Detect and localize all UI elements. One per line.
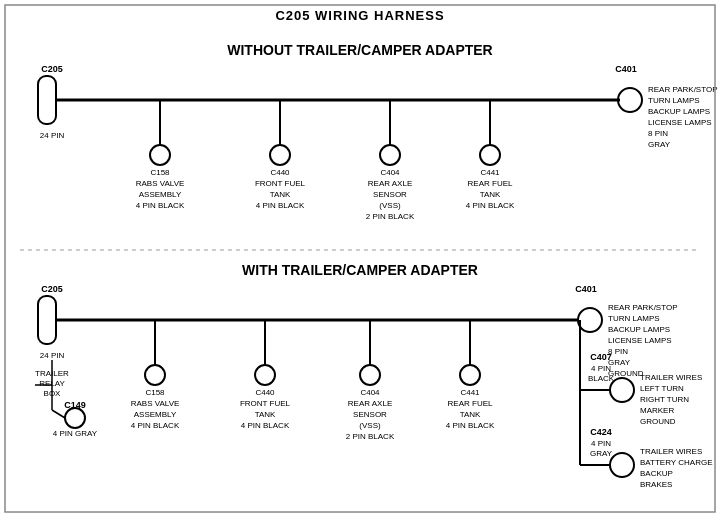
s2-c440-name: C440 [255, 388, 275, 397]
diagram-container: C205 WIRING HARNESS WITHOUT TRAILER/CAMP… [0, 0, 720, 517]
s1-c158-desc2: ASSEMBLY [139, 190, 182, 199]
s1-c440-desc1: FRONT FUEL [255, 179, 306, 188]
s2-c158-desc3: 4 PIN BLACK [131, 421, 180, 430]
s1-c401-color: GRAY [648, 140, 671, 149]
s2-c404-desc3: (VSS) [359, 421, 381, 430]
svg-rect-1 [38, 76, 56, 124]
s1-c158-name: C158 [150, 168, 170, 177]
s2-c440-desc3: 4 PIN BLACK [241, 421, 290, 430]
svg-point-3 [618, 88, 642, 112]
s1-c401-pins: 8 PIN [648, 129, 668, 138]
svg-point-25 [255, 365, 275, 385]
s2-c424-pins2: GRAY [590, 449, 613, 458]
s2-c424-desc2: BATTERY CHARGE [640, 458, 712, 467]
s1-c404-desc2: SENSOR [373, 190, 407, 199]
s2-c404-desc4: 2 PIN BLACK [346, 432, 395, 441]
svg-point-23 [145, 365, 165, 385]
s1-c205-label: C205 [41, 64, 63, 74]
section1-label: WITHOUT TRAILER/CAMPER ADAPTER [227, 42, 492, 58]
s1-c404-name: C404 [380, 168, 400, 177]
s2-c404-desc2: SENSOR [353, 410, 387, 419]
s2-c158-name: C158 [145, 388, 165, 397]
s1-c441-desc1: REAR FUEL [468, 179, 513, 188]
s1-c158-desc1: RABS VALVE [136, 179, 185, 188]
s2-c205-pins: 24 PIN [40, 351, 65, 360]
svg-rect-15 [38, 296, 56, 344]
s2-c158-desc1: RABS VALVE [131, 399, 180, 408]
s2-c149-desc: 4 PIN GRAY [53, 429, 98, 438]
s1-c401-desc4: LICENSE LAMPS [648, 118, 712, 127]
s1-c401-desc1: REAR PARK/STOP [648, 85, 718, 94]
s1-c205-pins: 24 PIN [40, 131, 65, 140]
s1-c401-label: C401 [615, 64, 637, 74]
s2-c158-desc2: ASSEMBLY [134, 410, 177, 419]
s1-c441-desc3: 4 PIN BLACK [466, 201, 515, 210]
s2-c407-desc4: MARKER [640, 406, 674, 415]
s2-c407-pins2: BLACK [588, 374, 615, 383]
s2-c407-desc3: RIGHT TURN [640, 395, 689, 404]
s1-c440-name: C440 [270, 168, 290, 177]
s2-c440-desc1: FRONT FUEL [240, 399, 291, 408]
s2-c401-desc3: BACKUP LAMPS [608, 325, 670, 334]
svg-point-34 [610, 453, 634, 477]
s2-c407-desc2: LEFT TURN [640, 384, 684, 393]
s1-c404-desc4: 2 PIN BLACK [366, 212, 415, 221]
s1-c404-desc3: (VSS) [379, 201, 401, 210]
svg-point-29 [460, 365, 480, 385]
s2-c407-name: C407 [590, 352, 612, 362]
s1-c404-desc1: REAR AXLE [368, 179, 412, 188]
svg-point-27 [360, 365, 380, 385]
s2-c441-desc2: TANK [460, 410, 481, 419]
svg-point-19 [65, 408, 85, 428]
wiring-diagram: WITHOUT TRAILER/CAMPER ADAPTER C205 24 P… [0, 0, 720, 517]
s2-c404-name: C404 [360, 388, 380, 397]
s2-c407-desc5: GROUND [640, 417, 676, 426]
s1-c441-name: C441 [480, 168, 500, 177]
s2-c404-desc1: REAR AXLE [348, 399, 392, 408]
s2-c440-desc2: TANK [255, 410, 276, 419]
svg-point-10 [380, 145, 400, 165]
s2-c424-desc4: BRAKES [640, 480, 672, 489]
s2-c401-label: C401 [575, 284, 597, 294]
s2-c424-name: C424 [590, 427, 612, 437]
s1-c401-desc2: TURN LAMPS [648, 96, 700, 105]
s2-c401-desc1: REAR PARK/STOP [608, 303, 678, 312]
svg-point-12 [480, 145, 500, 165]
s2-c205-label: C205 [41, 284, 63, 294]
s1-c158-desc3: 4 PIN BLACK [136, 201, 185, 210]
svg-point-21 [578, 308, 602, 332]
s2-c401-desc4: LICENSE LAMPS [608, 336, 672, 345]
s2-c441-name: C441 [460, 388, 480, 397]
svg-point-8 [270, 145, 290, 165]
s1-c441-desc2: TANK [480, 190, 501, 199]
s2-c424-desc1: TRAILER WIRES [640, 447, 702, 456]
s2-c424-pins1: 4 PIN [591, 439, 611, 448]
svg-line-20 [52, 410, 65, 418]
s2-c424-desc3: BACKUP [640, 469, 673, 478]
s2-c401-desc2: TURN LAMPS [608, 314, 660, 323]
s2-c441-desc1: REAR FUEL [448, 399, 493, 408]
s2-c441-desc3: 4 PIN BLACK [446, 421, 495, 430]
s1-c440-desc3: 4 PIN BLACK [256, 201, 305, 210]
s1-c401-desc3: BACKUP LAMPS [648, 107, 710, 116]
s2-c407-desc1: TRAILER WIRES [640, 373, 702, 382]
svg-point-6 [150, 145, 170, 165]
s1-c440-desc2: TANK [270, 190, 291, 199]
section2-label: WITH TRAILER/CAMPER ADAPTER [242, 262, 478, 278]
s2-c407-pins1: 4 PIN [591, 364, 611, 373]
